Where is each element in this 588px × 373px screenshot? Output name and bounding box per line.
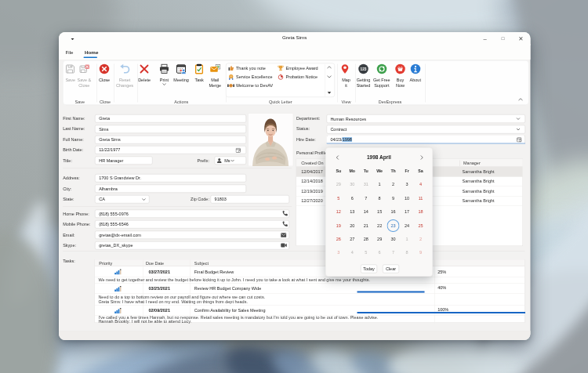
svg-text:123: 123 (361, 67, 367, 71)
